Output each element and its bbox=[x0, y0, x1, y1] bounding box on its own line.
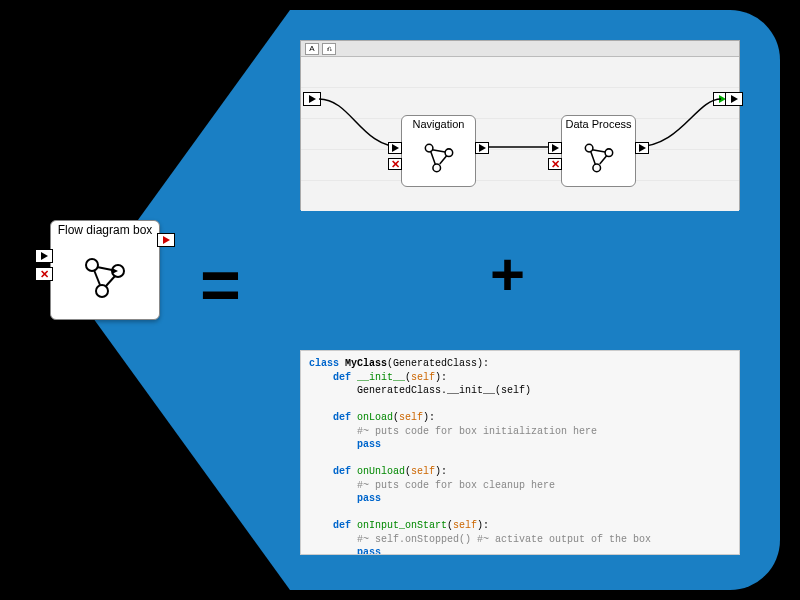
svg-line-16 bbox=[592, 150, 605, 152]
data-in-port[interactable] bbox=[548, 142, 562, 154]
flow-box-body bbox=[51, 238, 159, 319]
flow-box-title: Flow diagram box bbox=[54, 221, 157, 238]
svg-point-7 bbox=[425, 145, 433, 153]
close-port-icon[interactable]: ✕ bbox=[35, 267, 53, 281]
output-port-icon[interactable] bbox=[157, 233, 175, 247]
svg-line-5 bbox=[106, 276, 115, 286]
data-process-box[interactable]: Data Process ✕ bbox=[561, 115, 636, 187]
svg-line-3 bbox=[97, 267, 112, 270]
nav-in-port[interactable] bbox=[388, 142, 402, 154]
navigation-box[interactable]: Navigation ✕ bbox=[401, 115, 476, 187]
plus-symbol: + bbox=[490, 240, 525, 309]
toolbar-btn-undo[interactable]: ⎌ bbox=[322, 43, 336, 55]
svg-point-15 bbox=[592, 164, 600, 172]
svg-line-11 bbox=[430, 151, 435, 164]
flow-diagram-box[interactable]: Flow diagram box ✕ bbox=[50, 220, 160, 320]
svg-point-2 bbox=[96, 285, 108, 297]
graph-icon bbox=[580, 139, 618, 177]
nav-close-port[interactable]: ✕ bbox=[388, 158, 402, 170]
graph-icon bbox=[80, 253, 130, 303]
wire-connections bbox=[301, 57, 741, 211]
data-out-port[interactable] bbox=[635, 142, 649, 154]
diagram-canvas[interactable]: Navigation ✕ Data Process bbox=[301, 57, 739, 211]
input-port-icon[interactable] bbox=[35, 249, 53, 263]
svg-line-10 bbox=[432, 150, 445, 152]
svg-point-8 bbox=[445, 149, 453, 157]
nav-box-title: Navigation bbox=[411, 116, 467, 131]
svg-line-4 bbox=[94, 270, 100, 285]
diagram-toolbar: A ⎌ bbox=[301, 41, 739, 57]
graph-icon bbox=[420, 139, 458, 177]
nav-out-port[interactable] bbox=[475, 142, 489, 154]
svg-point-0 bbox=[86, 259, 98, 271]
svg-line-18 bbox=[599, 156, 606, 164]
svg-point-13 bbox=[585, 145, 593, 153]
data-close-port[interactable]: ✕ bbox=[548, 158, 562, 170]
diagram-editor[interactable]: A ⎌ Navigation ✕ bbox=[300, 40, 740, 210]
svg-line-17 bbox=[590, 151, 595, 164]
data-box-title: Data Process bbox=[563, 116, 633, 131]
svg-line-12 bbox=[439, 156, 446, 164]
svg-point-14 bbox=[605, 149, 613, 157]
equals-symbol: = bbox=[200, 245, 241, 325]
code-editor[interactable]: class MyClass(GeneratedClass): def __ini… bbox=[300, 350, 740, 555]
toolbar-btn-person[interactable]: A bbox=[305, 43, 319, 55]
svg-point-9 bbox=[432, 164, 440, 172]
